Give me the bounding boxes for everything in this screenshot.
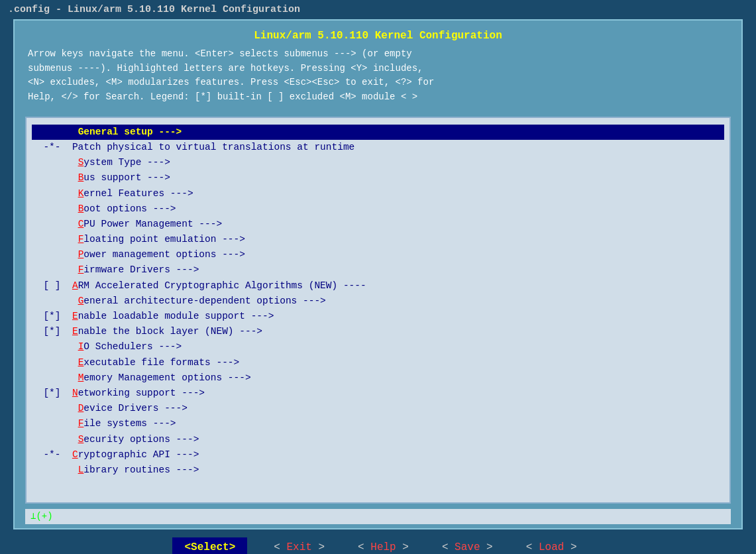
main-container: Linux/arm 5.10.110 Kernel Configuration … bbox=[13, 19, 743, 529]
list-item[interactable]: System Type ---> bbox=[32, 155, 724, 170]
list-item[interactable]: Memory Management options ---> bbox=[32, 370, 724, 386]
btn-save[interactable]: < Save > bbox=[435, 537, 500, 554]
list-item[interactable]: -*- Patch physical to virtual translatio… bbox=[32, 140, 724, 155]
list-item[interactable]: Boot options ---> bbox=[32, 201, 724, 217]
btn-help[interactable]: < Help > bbox=[351, 537, 415, 554]
list-item[interactable]: -*- Cryptographic API ---> bbox=[32, 447, 724, 463]
list-item[interactable]: Firmware Drivers ---> bbox=[32, 262, 724, 278]
list-item[interactable]: Device Drivers ---> bbox=[32, 401, 724, 416]
menu-area: General setup ---> -*- Patch physical to… bbox=[25, 117, 731, 504]
bottom-symbol: ⊥(+) bbox=[25, 509, 731, 524]
list-item[interactable]: Power management options ---> bbox=[32, 247, 724, 262]
list-item[interactable]: Executable file formats ---> bbox=[32, 355, 724, 370]
title-bar: .config - Linux/arm 5.10.110 Kernel Conf… bbox=[0, 0, 756, 19]
title-text: .config - Linux/arm 5.10.110 Kernel Conf… bbox=[8, 4, 300, 15]
list-item[interactable]: IO Schedulers ---> bbox=[32, 339, 724, 355]
list-item[interactable]: [*] Networking support ---> bbox=[32, 386, 724, 401]
header-line-1: Arrow keys navigate the menu. <Enter> se… bbox=[28, 47, 728, 62]
list-item[interactable]: Security options ---> bbox=[32, 432, 724, 447]
list-item[interactable]: [ ] ARM Accelerated Cryptographic Algori… bbox=[32, 278, 724, 294]
list-item[interactable]: General setup ---> bbox=[32, 125, 724, 140]
list-item[interactable]: [*] Enable loadable module support ---> bbox=[32, 309, 724, 324]
btn-exit[interactable]: < Exit > bbox=[267, 537, 331, 554]
list-item[interactable]: [*] Enable the block layer (NEW) ---> bbox=[32, 324, 724, 339]
header-line-4: Help, </> for Search. Legend: [*] built-… bbox=[28, 90, 728, 105]
list-item[interactable]: File systems ---> bbox=[32, 416, 724, 431]
header-section: Linux/arm 5.10.110 Kernel Configuration … bbox=[15, 21, 741, 111]
list-item[interactable]: Bus support ---> bbox=[32, 170, 724, 186]
header-description: Arrow keys navigate the menu. <Enter> se… bbox=[28, 47, 728, 105]
btn-select[interactable]: <Select> bbox=[172, 537, 247, 554]
list-item[interactable]: Library routines ---> bbox=[32, 463, 724, 478]
list-item[interactable]: Kernel Features ---> bbox=[32, 186, 724, 201]
header-title: Linux/arm 5.10.110 Kernel Configuration bbox=[28, 30, 728, 42]
header-line-3: <N> excludes, <M> modularizes features. … bbox=[28, 76, 728, 90]
bottom-symbol-text: ⊥(+) bbox=[30, 511, 53, 522]
list-item[interactable]: Floating point emulation ---> bbox=[32, 232, 724, 247]
btn-load[interactable]: < Load > bbox=[519, 537, 584, 554]
header-line-2: submenus ----). Highlighted letters are … bbox=[28, 62, 728, 76]
list-item[interactable]: CPU Power Management ---> bbox=[32, 217, 724, 232]
list-item[interactable]: General architecture-dependent options -… bbox=[32, 294, 724, 309]
button-bar: <Select>< Exit >< Help >< Save >< Load > bbox=[0, 529, 756, 554]
